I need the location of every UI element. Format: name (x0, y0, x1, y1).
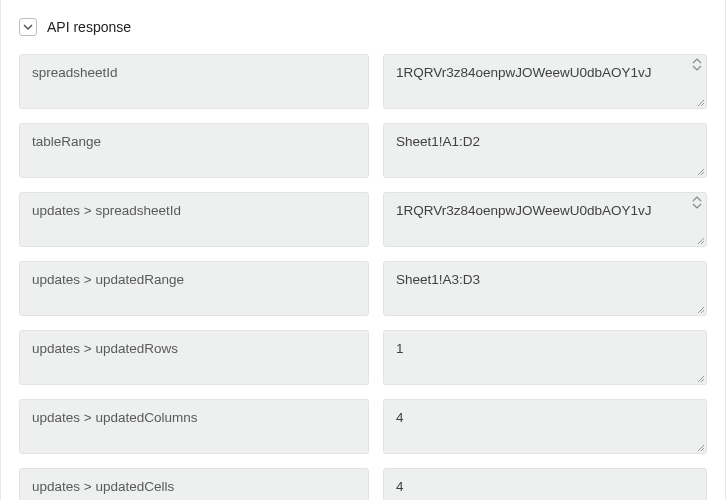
chevron-up-icon (692, 58, 702, 64)
api-response-card: API response spreadsheetId tableRange (0, 0, 726, 500)
field-row: updates > spreadsheetId (19, 192, 707, 247)
field-row: updates > updatedCells (19, 468, 707, 500)
field-value-wrap (383, 261, 707, 316)
field-row: updates > updatedRange (19, 261, 707, 316)
field-label: spreadsheetId (19, 54, 369, 109)
section-title: API response (47, 19, 131, 35)
field-value-wrap (383, 330, 707, 385)
field-label: updates > updatedRange (19, 261, 369, 316)
field-value-input[interactable] (383, 468, 707, 500)
chevron-down-icon (692, 65, 702, 71)
spinner-arrows[interactable] (692, 196, 702, 209)
spinner-arrows[interactable] (692, 58, 702, 71)
field-value-input[interactable] (383, 330, 707, 385)
field-value-wrap (383, 54, 707, 109)
field-value-input[interactable] (383, 123, 707, 178)
field-value-wrap (383, 399, 707, 454)
section-header: API response (19, 18, 707, 36)
chevron-up-icon (692, 196, 702, 202)
field-value-wrap (383, 123, 707, 178)
field-label: tableRange (19, 123, 369, 178)
field-value-input[interactable] (383, 261, 707, 316)
field-label: updates > updatedColumns (19, 399, 369, 454)
chevron-down-icon (23, 23, 33, 31)
field-value-wrap (383, 468, 707, 500)
field-value-input[interactable] (383, 399, 707, 454)
field-row: updates > updatedColumns (19, 399, 707, 454)
field-label: updates > updatedRows (19, 330, 369, 385)
field-row: spreadsheetId (19, 54, 707, 109)
field-value-input[interactable] (383, 54, 707, 109)
field-row: updates > updatedRows (19, 330, 707, 385)
field-value-wrap (383, 192, 707, 247)
fields-list: spreadsheetId tableRange (19, 54, 707, 500)
chevron-down-icon (692, 203, 702, 209)
collapse-toggle[interactable] (19, 18, 37, 36)
field-value-input[interactable] (383, 192, 707, 247)
field-label: updates > updatedCells (19, 468, 369, 500)
field-row: tableRange (19, 123, 707, 178)
field-label: updates > spreadsheetId (19, 192, 369, 247)
